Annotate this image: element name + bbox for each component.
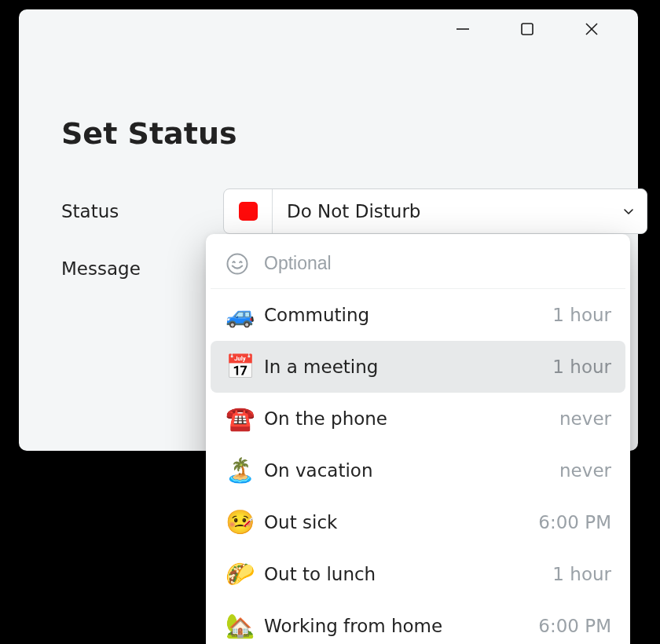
close-button[interactable] — [574, 11, 610, 47]
suggestion-item[interactable]: 🏝️On vacationnever — [211, 445, 625, 496]
window-controls — [445, 9, 638, 49]
close-icon — [584, 21, 600, 37]
suggestion-label: On the phone — [261, 408, 559, 429]
suggestion-label: Out to lunch — [261, 564, 552, 584]
maximize-icon — [519, 21, 535, 37]
suggestion-meta: never — [559, 460, 611, 481]
svg-point-4 — [228, 254, 248, 273]
suggestion-label: Commuting — [261, 305, 552, 325]
minimize-button[interactable] — [445, 11, 481, 47]
suggestion-label: Out sick — [261, 512, 538, 532]
suggestion-item[interactable]: 🏡Working from home6:00 PM — [211, 600, 625, 644]
suggestion-meta: 6:00 PM — [538, 512, 611, 532]
suggestion-meta: never — [559, 408, 611, 429]
suggestion-list: 🚙Commuting1 hour📅In a meeting1 hour☎️On … — [211, 289, 625, 644]
status-row: Status Do Not Disturb — [61, 188, 647, 234]
message-row: Message — [61, 258, 223, 279]
suggestion-emoji-icon: 🚙 — [218, 303, 261, 327]
suggestion-meta: 1 hour — [552, 305, 611, 325]
suggestion-item[interactable]: 🤒Out sick6:00 PM — [211, 496, 625, 548]
page-title: Set Status — [61, 116, 237, 151]
suggestion-emoji-icon: 🤒 — [218, 510, 261, 534]
suggestion-meta: 6:00 PM — [538, 616, 611, 636]
status-color-chip — [239, 202, 258, 221]
suggestion-item[interactable]: 📅In a meeting1 hour — [211, 341, 625, 393]
message-input[interactable] — [255, 253, 625, 274]
suggestion-emoji-icon: 🏡 — [218, 614, 261, 638]
message-input-row — [211, 239, 625, 289]
svg-rect-1 — [522, 24, 533, 35]
suggestion-label: Working from home — [261, 616, 538, 636]
smile-icon — [226, 252, 249, 276]
suggestion-item[interactable]: 🚙Commuting1 hour — [211, 289, 625, 341]
maximize-button[interactable] — [509, 11, 545, 47]
suggestion-emoji-icon: 🌮 — [218, 562, 261, 586]
suggestion-item[interactable]: ☎️On the phonenever — [211, 393, 625, 445]
status-select-value: Do Not Disturb — [273, 201, 610, 221]
message-suggestions-popup: 🚙Commuting1 hour📅In a meeting1 hour☎️On … — [206, 234, 630, 644]
chevron-down-icon — [610, 205, 647, 218]
suggestion-emoji-icon: 🏝️ — [218, 459, 261, 482]
minimize-icon — [455, 21, 471, 37]
status-label: Status — [61, 201, 223, 221]
suggestion-meta: 1 hour — [552, 357, 611, 377]
suggestion-emoji-icon: 📅 — [218, 355, 261, 379]
message-label: Message — [61, 258, 223, 279]
status-color-well — [224, 189, 273, 233]
suggestion-label: On vacation — [261, 460, 559, 481]
suggestion-item[interactable]: 🌮Out to lunch1 hour — [211, 548, 625, 600]
suggestion-meta: 1 hour — [552, 564, 611, 584]
emoji-picker-button[interactable] — [220, 247, 255, 281]
status-select[interactable]: Do Not Disturb — [223, 188, 647, 234]
suggestion-label: In a meeting — [261, 357, 552, 377]
suggestion-emoji-icon: ☎️ — [218, 407, 261, 430]
